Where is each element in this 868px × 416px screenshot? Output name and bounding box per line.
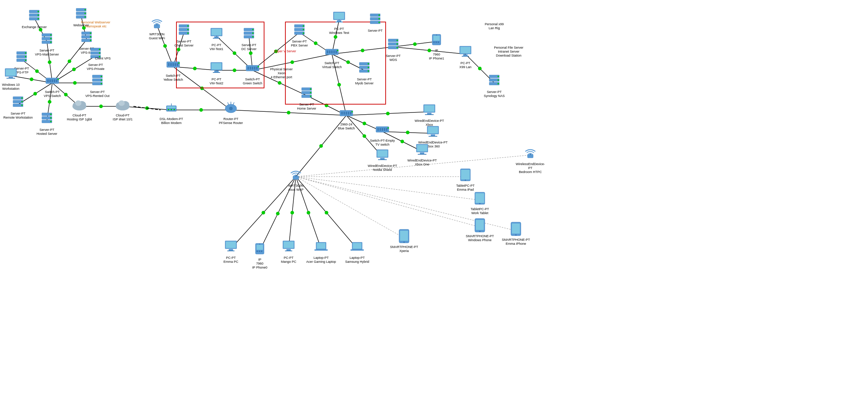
svg-rect-275 [341,112,343,115]
svg-point-81 [262,211,265,214]
svg-point-165 [75,100,81,106]
svg-rect-219 [334,13,344,19]
icon-samsung-hybrid [348,238,366,255]
svg-point-149 [101,83,102,84]
svg-rect-197 [214,71,219,72]
node-blue-switch: 2960-24 Blue Switch [330,105,363,130]
svg-point-239 [368,67,369,68]
svg-point-89 [325,211,328,214]
label-isp-iinet: Cloud-PT ISP iiNet 10/1 [113,114,133,121]
svg-point-79 [400,140,404,143]
icon-home-server [298,85,315,102]
svg-rect-283 [380,128,381,131]
label-vps-private: Server-PT VPS-Private [87,63,104,71]
icon-emma-iphone [507,220,525,237]
icon-emma-pc [222,238,240,255]
node-windows-test: PC-PT Windows Test [323,9,355,35]
icon-xbox360 [424,123,442,140]
svg-point-287 [387,127,389,129]
node-vm-test1: PC-PT VM-Test1 [200,25,233,51]
node-xperia: SMARTPHONE-PT Xperia [388,227,420,253]
node-ghost-server: Server-PT Ghost Server [168,22,200,48]
svg-point-21 [73,81,77,85]
svg-rect-294 [431,134,435,136]
svg-point-160 [50,117,52,119]
icon-xbox-one [413,141,431,158]
svg-point-107 [84,13,86,14]
node-ip-phone1: IP 7960 IP Phone1 [420,31,453,60]
node-work-tablet: TabletPC-PT Work Tablet [464,189,496,215]
node-wrt300n-asus: WRT300N Asus WAP [280,166,312,192]
svg-point-205 [258,66,259,67]
label-xbox-one: WiredEndDevice-PT Xbox One [407,159,437,167]
svg-point-29 [287,111,290,115]
label-bedroom-htpc: WirelessEndDevice-PT Bedroom HTPC [514,162,547,174]
svg-rect-203 [254,67,255,70]
svg-point-155 [21,105,23,106]
icon-wds [385,36,402,53]
node-wds: Server-PT WDS [377,36,409,62]
svg-point-124 [25,52,26,54]
node-bedroom-htpc: WirelessEndDevice-PT Bedroom HTPC [514,144,547,174]
svg-rect-248 [433,36,440,41]
label-pbx-server: Server-PT PBX Server [291,40,308,48]
icon-yellow-switch [165,56,182,73]
svg-rect-249 [433,41,435,43]
svg-point-176 [187,29,189,30]
svg-point-267 [174,109,175,110]
svg-point-238 [368,63,369,65]
node-personal-file-server: Personal File Server Intranet Server Dow… [492,45,525,57]
icon-myob-server [356,59,373,77]
svg-rect-326 [227,251,234,251]
label-hosting-isp: Cloud-PT Hosting ISP 1gbit [67,114,92,121]
node-pfsense-router: Router-PT PFSense Router [215,99,247,125]
icon-work-tablet [471,189,488,207]
svg-rect-256 [462,56,469,57]
label-ip-phone1: IP 7960 IP Phone1 [429,49,444,60]
svg-rect-181 [172,63,174,66]
svg-point-332 [259,244,260,245]
label-personal-webserver: Personal Webserver Teamspeak etc [81,21,110,28]
label-nvidia-shield: WiredEndDevice-PT Nvidia Shield [368,164,397,172]
node-exchange: Exchange Server [18,7,51,29]
label-windows-test: PC-PT Windows Test [329,27,349,35]
icon-xbox [421,101,438,118]
icon-wrt300n-guest [148,14,166,32]
icon-dc-server [240,25,258,43]
svg-point-120 [90,40,91,41]
svg-point-234 [337,50,338,51]
node-physical-server: Physical Server Xeon 4 Ethernet port [265,67,298,79]
svg-point-83 [276,212,280,216]
icon-vps-switch [44,72,61,89]
icon-acer-laptop [312,238,330,255]
node-xbox-one: WiredEndDevice-PT Xbox One [406,141,438,167]
svg-rect-204 [256,67,258,70]
node-yellow-switch: Switch-PT Yellow Switch [157,56,189,82]
node-windows-phone: SMARTPHONE-PT Windows Phone [464,216,496,242]
svg-point-192 [252,29,254,30]
label-vps-switch: Switch-PT VPS-Switch [44,90,61,98]
icon-vm-test2 [208,59,225,77]
svg-rect-331 [261,251,262,252]
svg-point-262 [497,83,499,84]
svg-rect-338 [317,243,325,249]
label-dc-server: Server-PT DC Server [241,43,257,51]
svg-rect-330 [259,251,260,252]
svg-point-113 [50,38,52,39]
node-tv-switch: Switch-PT-Empty TV switch [366,121,399,147]
label-win10-workstation: Windows 10 Workstation [2,83,19,91]
svg-point-143 [57,79,59,80]
icon-hosting-isp [71,96,88,113]
label-blue-switch: 2960-24 Blue Switch [338,123,355,130]
label-server-pt-top: Server-PT [368,29,382,33]
svg-rect-251 [438,41,439,43]
svg-point-320 [403,242,405,243]
svg-rect-313 [512,224,520,234]
svg-point-75 [319,144,323,148]
svg-rect-142 [56,79,57,82]
label-emma-iphone: SMARTPHONE-PT Emma iPhone [502,238,530,246]
svg-point-131 [99,52,100,54]
svg-rect-255 [463,54,468,56]
svg-point-193 [252,32,254,34]
node-dsl-modem: DSL-Modem-PT Billion Modem [155,99,188,125]
